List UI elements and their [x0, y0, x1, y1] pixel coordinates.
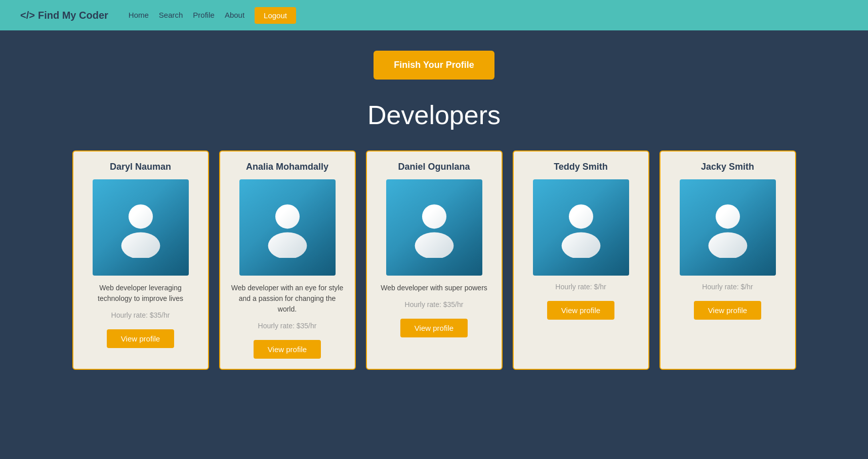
dev-name-3: Teddy Smith [554, 162, 608, 172]
dev-rate-1: Hourly rate: $35/hr [258, 322, 317, 330]
brand-name: Find My Coder [38, 10, 108, 21]
nav-search[interactable]: Search [159, 11, 183, 19]
dev-name-0: Daryl Nauman [110, 162, 171, 172]
code-icon: </> [20, 10, 35, 21]
dev-card-0: Daryl Nauman Web developer leveraging te… [72, 150, 209, 370]
dev-card-4: Jacky Smith Hourly rate: $/hr View profi… [659, 150, 796, 370]
view-profile-button-1[interactable]: View profile [254, 340, 321, 359]
dev-bio-1: Web developer with an eye for style and … [230, 283, 345, 315]
dev-avatar-2 [386, 179, 482, 276]
nav-links: Home Search Profile About Logout [129, 7, 296, 24]
dev-rate-3: Hourly rate: $/hr [555, 283, 606, 291]
finish-profile-button[interactable]: Finish Your Profile [374, 51, 494, 80]
dev-name-1: Analia Mohamdally [246, 162, 328, 172]
dev-avatar-0 [93, 179, 189, 276]
dev-avatar-3 [533, 179, 629, 276]
brand: </> Find My Coder [20, 10, 108, 21]
view-profile-button-3[interactable]: View profile [547, 301, 614, 320]
dev-avatar-4 [680, 179, 776, 276]
dev-rate-2: Hourly rate: $35/hr [405, 300, 464, 309]
page-title: Developers [30, 100, 838, 130]
dev-name-2: Daniel Ogunlana [398, 162, 470, 172]
dev-avatar-1 [239, 179, 336, 276]
logout-button[interactable]: Logout [255, 7, 296, 24]
dev-rate-4: Hourly rate: $/hr [702, 283, 753, 291]
nav-about[interactable]: About [225, 11, 244, 19]
main-content: Finish Your Profile Developers Daryl Nau… [0, 30, 868, 400]
dev-card-1: Analia Mohamdally Web developer with an … [219, 150, 356, 370]
view-profile-button-2[interactable]: View profile [400, 319, 468, 337]
dev-name-4: Jacky Smith [701, 162, 754, 172]
finish-profile-container: Finish Your Profile [30, 51, 838, 80]
view-profile-button-0[interactable]: View profile [107, 329, 174, 348]
cards-container: Daryl Nauman Web developer leveraging te… [30, 150, 838, 370]
dev-bio-0: Web developer leveraging technology to i… [84, 283, 198, 304]
navbar: </> Find My Coder Home Search Profile Ab… [0, 0, 868, 30]
nav-profile[interactable]: Profile [193, 11, 215, 19]
dev-card-2: Daniel Ogunlana Web developer with super… [366, 150, 503, 370]
view-profile-button-4[interactable]: View profile [694, 301, 761, 320]
nav-home[interactable]: Home [129, 11, 149, 19]
dev-bio-2: Web developer with super powers [381, 283, 487, 293]
dev-card-3: Teddy Smith Hourly rate: $/hr View profi… [513, 150, 649, 370]
dev-rate-0: Hourly rate: $35/hr [111, 311, 170, 319]
